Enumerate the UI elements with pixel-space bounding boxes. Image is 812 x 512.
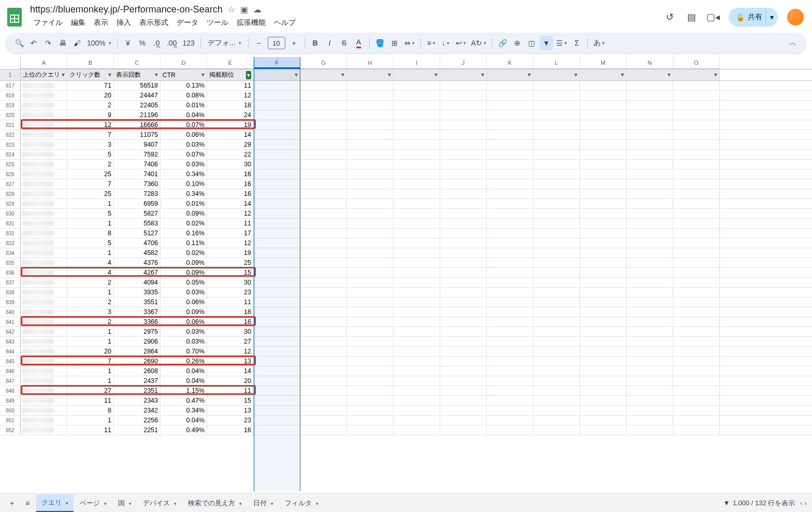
cell[interactable]: 0.47% (161, 396, 207, 405)
cell[interactable] (21, 357, 67, 366)
cell[interactable] (673, 160, 720, 169)
cell[interactable] (440, 396, 487, 405)
cell[interactable] (487, 327, 533, 336)
filter-funnel-icon[interactable]: ▾ (155, 71, 158, 78)
cell[interactable] (254, 337, 300, 346)
cell[interactable]: 0.03% (161, 337, 207, 346)
cell[interactable] (673, 258, 720, 267)
cell[interactable] (254, 229, 300, 238)
row-number[interactable]: 829 (0, 199, 21, 208)
cell[interactable] (394, 238, 440, 248)
cell[interactable] (487, 288, 533, 297)
cell[interactable] (21, 248, 67, 258)
cell[interactable] (580, 189, 627, 198)
cell[interactable] (394, 110, 440, 120)
cell[interactable]: 4 (67, 268, 114, 277)
cell[interactable] (580, 327, 627, 336)
comment-icon[interactable]: ⊕ (511, 36, 524, 50)
cell[interactable] (533, 327, 580, 336)
cell[interactable] (627, 199, 673, 208)
cell[interactable] (21, 229, 67, 238)
filter-funnel-icon[interactable]: ▾ (714, 71, 717, 78)
cell[interactable] (300, 219, 347, 228)
cell[interactable] (533, 110, 580, 120)
cell[interactable] (21, 130, 67, 139)
cell[interactable]: 4267 (114, 268, 161, 277)
cell[interactable] (347, 219, 394, 228)
cell[interactable] (394, 416, 440, 425)
cell[interactable]: 0.05% (161, 278, 207, 287)
cell[interactable] (673, 248, 720, 258)
cell[interactable]: 23 (207, 288, 254, 297)
menu-4[interactable]: 表示形式 (136, 16, 172, 30)
filter-cell-I[interactable]: ▾ (394, 69, 440, 80)
cell[interactable]: 30 (207, 327, 254, 336)
cell[interactable]: 5 (67, 209, 114, 218)
cell[interactable] (394, 317, 440, 326)
cell[interactable] (533, 81, 580, 90)
cell[interactable] (673, 199, 720, 208)
cell[interactable] (533, 396, 580, 405)
cell[interactable] (254, 357, 300, 366)
cell[interactable]: 7592 (114, 150, 161, 159)
cell[interactable] (533, 179, 580, 189)
merge-cells-icon[interactable]: ⇔ (402, 36, 417, 50)
cell[interactable]: 0.70% (161, 347, 207, 356)
cell[interactable] (254, 347, 300, 356)
menu-6[interactable]: ツール (203, 16, 232, 30)
cell[interactable] (300, 376, 347, 386)
cell[interactable]: 7360 (114, 179, 161, 189)
cell[interactable]: 18 (207, 101, 254, 110)
cell[interactable] (300, 150, 347, 159)
cell[interactable] (394, 288, 440, 297)
cell[interactable] (487, 297, 533, 307)
cell[interactable] (347, 278, 394, 287)
cell[interactable]: 0.06% (161, 297, 207, 307)
cell[interactable] (394, 130, 440, 139)
cell[interactable]: 24 (207, 110, 254, 120)
cell[interactable]: 7401 (114, 169, 161, 179)
cell[interactable]: 13 (207, 357, 254, 366)
row-number[interactable]: 823 (0, 140, 21, 149)
cell[interactable] (673, 297, 720, 307)
cell[interactable] (21, 347, 67, 356)
cell[interactable]: 0.08% (161, 91, 207, 100)
cell[interactable] (21, 317, 67, 326)
select-all-corner[interactable] (0, 57, 21, 69)
cell[interactable]: 16 (207, 425, 254, 435)
cell[interactable] (627, 229, 673, 238)
cell[interactable]: 23 (207, 416, 254, 425)
cell[interactable] (487, 81, 533, 90)
cell[interactable] (580, 376, 627, 386)
zoom-dropdown[interactable]: 100% (85, 36, 113, 50)
cell[interactable]: 5827 (114, 209, 161, 218)
cell[interactable]: 21196 (114, 110, 161, 120)
cell[interactable]: 22405 (114, 101, 161, 110)
cell[interactable] (254, 160, 300, 169)
cell[interactable]: 0.04% (161, 110, 207, 120)
cell[interactable] (627, 248, 673, 258)
cell[interactable] (21, 199, 67, 208)
cell[interactable] (673, 130, 720, 139)
cell[interactable] (440, 219, 487, 228)
cell[interactable] (300, 396, 347, 405)
cell[interactable] (627, 258, 673, 267)
row-number[interactable]: 817 (0, 81, 21, 90)
cell[interactable] (347, 357, 394, 366)
filter-cell-K[interactable]: ▾ (487, 69, 533, 80)
cell[interactable] (254, 307, 300, 317)
cell[interactable] (487, 110, 533, 120)
row-number[interactable]: 822 (0, 130, 21, 139)
cell[interactable] (254, 278, 300, 287)
cell[interactable]: 3 (67, 140, 114, 149)
cell[interactable] (394, 150, 440, 159)
cell[interactable]: 1 (67, 219, 114, 228)
cell[interactable]: 9 (67, 110, 114, 120)
cell[interactable] (673, 120, 720, 130)
cell[interactable] (300, 101, 347, 110)
cell[interactable] (394, 268, 440, 277)
cell[interactable] (347, 347, 394, 356)
sheets-logo[interactable] (4, 7, 25, 27)
cell[interactable]: 0.10% (161, 179, 207, 189)
cell[interactable]: 0.01% (161, 199, 207, 208)
